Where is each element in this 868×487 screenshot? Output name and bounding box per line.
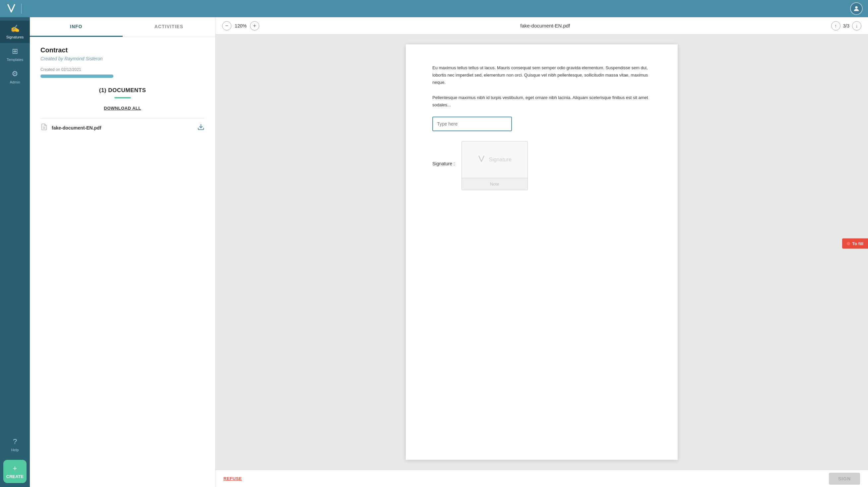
info-panel: INFO ACTIVITIES Contract Created by Raym…	[30, 17, 216, 487]
top-bar-left	[5, 3, 22, 14]
sidebar-label-admin: Admin	[10, 80, 20, 84]
file-icon	[40, 123, 48, 132]
file-download-button[interactable]	[197, 123, 205, 132]
sidebar-label-help: Help	[11, 448, 19, 452]
page-next-button[interactable]: ↓	[852, 21, 861, 30]
sidebar-label-signatures: Signatures	[6, 35, 24, 39]
signature-text: Signature	[489, 157, 512, 163]
zoom-in-button[interactable]: +	[250, 21, 259, 30]
signature-main: Signature	[462, 141, 527, 178]
sidebar: ✍ Signatures ⊞ Templates ⚙ Admin ? Help …	[0, 17, 30, 487]
progress-bar-bg	[40, 74, 114, 78]
svg-point-0	[855, 6, 858, 9]
page-total: 3	[847, 23, 849, 29]
user-avatar[interactable]	[850, 2, 863, 15]
help-icon: ?	[13, 437, 17, 446]
contract-author: Created by Raymond Sisteron	[40, 56, 205, 61]
file-name: fake-document-EN.pdf	[52, 125, 193, 131]
sign-button[interactable]: SIGN	[829, 473, 860, 485]
top-bar-divider	[21, 4, 22, 13]
zoom-controls: − 120% +	[222, 21, 259, 30]
main-layout: ✍ Signatures ⊞ Templates ⚙ Admin ? Help …	[0, 17, 868, 487]
app-logo[interactable]	[5, 3, 17, 14]
bottom-bar: REFUSE SIGN	[216, 470, 868, 487]
sidebar-item-help[interactable]: ? Help	[0, 433, 30, 456]
templates-icon: ⊞	[12, 47, 18, 56]
page-navigation: ↑ 3/3 ↓	[831, 21, 861, 30]
signature-label: Signature :	[432, 141, 455, 166]
download-all-link[interactable]: DOWNLOAD ALL	[104, 106, 141, 111]
download-all[interactable]: DOWNLOAD ALL	[40, 105, 205, 111]
admin-icon: ⚙	[11, 70, 18, 78]
tab-bar: INFO ACTIVITIES	[30, 17, 215, 37]
page-current: 3	[843, 23, 846, 29]
type-here-input[interactable]	[432, 117, 512, 131]
sidebar-item-signatures[interactable]: ✍ Signatures	[0, 21, 30, 43]
viewer-toolbar: − 120% + fake-document-EN.pdf ↑ 3/3 ↓	[216, 17, 868, 34]
paragraph-1: Eu maximus tellus tellus ut lacus. Mauri…	[432, 64, 651, 86]
signature-logo-icon	[477, 155, 486, 165]
signature-note: Note	[462, 178, 527, 190]
zoom-level: 120%	[234, 23, 247, 29]
create-label: CREATE	[6, 474, 24, 479]
sidebar-item-templates[interactable]: ⊞ Templates	[0, 43, 30, 66]
sidebar-item-admin[interactable]: ⚙ Admin	[0, 66, 30, 88]
to-fill-badge[interactable]: To fill	[842, 238, 868, 249]
info-content: Contract Created by Raymond Sisteron Cre…	[30, 37, 215, 487]
paragraph-2-text: Pellentesque maximus nibh id turpis vest…	[432, 95, 648, 107]
documents-heading: (1) DOCUMENTS	[40, 87, 205, 94]
progress-bar-fill	[40, 74, 114, 78]
contract-title: Contract	[40, 46, 205, 54]
to-fill-label: To fill	[852, 241, 863, 246]
create-button[interactable]: + CREATE	[3, 460, 27, 483]
document-filename: fake-document-EN.pdf	[520, 23, 570, 29]
signature-box[interactable]: Signature Note	[462, 141, 528, 190]
refuse-button[interactable]: REFUSE	[223, 476, 242, 481]
tab-info[interactable]: INFO	[30, 17, 123, 37]
to-fill-dot	[847, 242, 850, 245]
zoom-out-button[interactable]: −	[222, 21, 231, 30]
page-prev-button[interactable]: ↑	[831, 21, 840, 30]
create-plus-icon: +	[13, 464, 17, 473]
document-viewer: − 120% + fake-document-EN.pdf ↑ 3/3 ↓ Eu…	[216, 17, 868, 487]
tab-activities[interactable]: ACTIVITIES	[123, 17, 216, 37]
page-info: 3/3	[843, 23, 849, 29]
documents-underline	[114, 97, 131, 98]
type-here-container	[432, 117, 651, 131]
signature-section: Signature : Signature Note	[432, 141, 651, 190]
document-page: Eu maximus tellus tellus ut lacus. Mauri…	[406, 44, 678, 460]
paragraph-2: Pellentesque maximus nibh id turpis vest…	[432, 94, 651, 109]
file-item: fake-document-EN.pdf	[40, 118, 205, 137]
signatures-icon: ✍	[10, 25, 20, 33]
created-label: Created on 02/12/2021	[40, 67, 205, 72]
sidebar-label-templates: Templates	[7, 58, 23, 62]
document-content: Eu maximus tellus tellus ut lacus. Mauri…	[216, 34, 868, 470]
top-bar	[0, 0, 868, 17]
